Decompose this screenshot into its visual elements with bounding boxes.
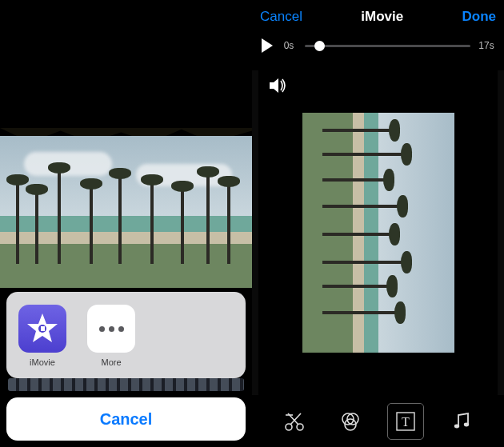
svg-point-14	[454, 424, 459, 428]
editor-toolbar: T	[252, 395, 504, 447]
share-cancel-button[interactable]: Cancel	[6, 397, 246, 441]
volume-icon[interactable]	[270, 78, 287, 96]
music-note-icon	[450, 410, 473, 433]
share-app-label: iMovie	[30, 357, 55, 367]
play-icon[interactable]	[262, 38, 273, 53]
tool-audio[interactable]	[444, 404, 479, 439]
svg-marker-3	[270, 78, 278, 93]
text-icon: T	[394, 410, 417, 433]
star-icon	[25, 311, 60, 346]
photo-preview	[0, 0, 252, 288]
beach-landscape	[0, 136, 252, 288]
filters-icon	[339, 410, 362, 433]
svg-text:T: T	[402, 415, 410, 429]
nav-title: iMovie	[361, 9, 403, 25]
left-phone: iMovie More Cancel	[0, 0, 252, 447]
tool-text[interactable]: T	[388, 404, 423, 439]
nav-done-button[interactable]: Done	[462, 9, 496, 25]
nav-cancel-button[interactable]: Cancel	[260, 9, 302, 25]
editor-navbar: Cancel iMovie Done	[252, 0, 504, 34]
share-sheet: iMovie More Cancel	[6, 292, 246, 441]
cancel-label: Cancel	[100, 410, 153, 429]
scrubber-end-time: 17s	[478, 40, 494, 51]
tool-trim[interactable]	[277, 404, 312, 439]
svg-point-15	[464, 422, 469, 426]
share-app-more[interactable]: More	[86, 305, 136, 367]
video-preview[interactable]	[252, 70, 504, 395]
scrubber-start-time: 0s	[281, 40, 297, 51]
right-phone: Cancel iMovie Done 0s 17s	[252, 0, 504, 447]
video-preview-canvas	[258, 70, 498, 395]
tool-filters[interactable]	[333, 404, 368, 439]
share-app-label: More	[101, 357, 121, 367]
svg-rect-2	[41, 326, 45, 331]
scrubber-thumb[interactable]	[314, 41, 325, 51]
video-timeline-strip	[8, 378, 244, 391]
rotated-beach-clip	[302, 113, 454, 353]
share-apps-card: iMovie More	[6, 292, 246, 378]
scrubber-track[interactable]	[305, 45, 470, 47]
ellipsis-icon	[99, 326, 124, 332]
share-app-imovie[interactable]: iMovie	[18, 305, 67, 367]
scissors-icon	[283, 410, 306, 433]
more-icon	[87, 305, 135, 353]
scrubber-bar: 0s 17s	[252, 34, 504, 58]
imovie-app-icon	[18, 305, 66, 353]
